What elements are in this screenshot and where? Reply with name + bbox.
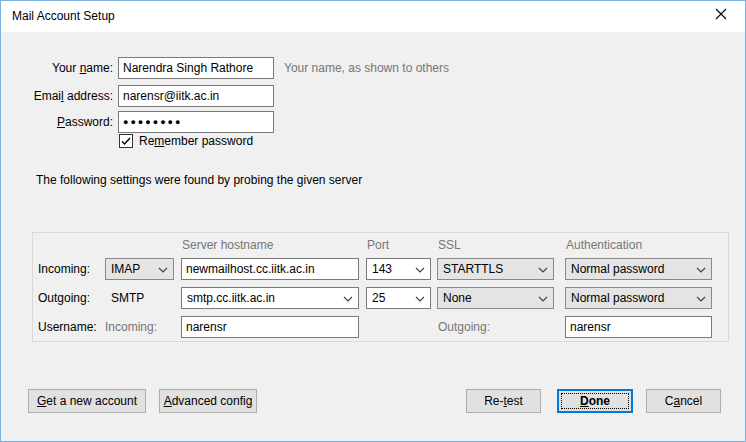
column-header-ssl: SSL (438, 238, 461, 252)
chevron-down-icon (343, 291, 353, 305)
username-row-label: Username: (38, 320, 97, 334)
title-bar: Mail Account Setup (1, 1, 745, 32)
username-incoming-input[interactable] (181, 316, 359, 338)
username-outgoing-input[interactable] (565, 316, 712, 338)
incoming-ssl-select[interactable]: STARTTLS (437, 258, 554, 280)
column-header-port: Port (367, 238, 389, 252)
probe-status-text: The following settings were found by pro… (36, 173, 362, 187)
close-icon (715, 8, 727, 23)
your-name-hint: Your name, as shown to others (284, 61, 449, 75)
outgoing-auth-select[interactable]: Normal password (565, 287, 712, 309)
email-address-input[interactable] (118, 85, 274, 107)
chevron-down-icon (538, 291, 548, 305)
incoming-hostname-input[interactable] (181, 258, 359, 280)
close-button[interactable] (701, 1, 741, 30)
incoming-row-label: Incoming: (38, 262, 90, 276)
email-address-label: Email address: (1, 89, 113, 103)
remember-password-label: Remember password (139, 134, 253, 148)
incoming-auth-select[interactable]: Normal password (565, 258, 712, 280)
your-name-input[interactable] (118, 57, 274, 79)
outgoing-protocol-text: SMTP (111, 291, 144, 305)
chevron-down-icon (415, 291, 425, 305)
outgoing-row-label: Outgoing: (38, 291, 90, 305)
incoming-protocol-select[interactable]: IMAP (105, 258, 174, 280)
username-outgoing-label: Outgoing: (438, 320, 490, 334)
outgoing-port-combo[interactable]: 25 (366, 287, 431, 309)
cancel-button[interactable]: Cancel (646, 389, 721, 413)
column-header-auth: Authentication (566, 238, 642, 252)
get-new-account-button[interactable]: Get a new account (28, 389, 146, 413)
password-input[interactable] (118, 111, 274, 133)
window-title: Mail Account Setup (12, 9, 115, 23)
retest-button[interactable]: Re-test (466, 389, 541, 413)
chevron-down-icon (696, 291, 706, 305)
your-name-label: Your name: (1, 61, 113, 75)
checkbox-check-icon (119, 134, 133, 148)
chevron-down-icon (415, 262, 425, 276)
column-header-hostname: Server hostname (182, 238, 273, 252)
outgoing-hostname-combo[interactable]: smtp.cc.iitk.ac.in (181, 287, 359, 309)
remember-password-checkbox[interactable]: Remember password (119, 134, 253, 148)
incoming-port-combo[interactable]: 143 (366, 258, 431, 280)
chevron-down-icon (696, 262, 706, 276)
chevron-down-icon (158, 262, 168, 276)
done-button[interactable]: Done (557, 389, 633, 413)
outgoing-ssl-select[interactable]: None (437, 287, 554, 309)
password-label: Password: (1, 115, 113, 129)
username-incoming-label: Incoming: (105, 320, 157, 334)
advanced-config-button[interactable]: Advanced config (159, 389, 257, 413)
mail-account-setup-dialog: Mail Account Setup Your name: Your name,… (0, 0, 746, 442)
chevron-down-icon (538, 262, 548, 276)
